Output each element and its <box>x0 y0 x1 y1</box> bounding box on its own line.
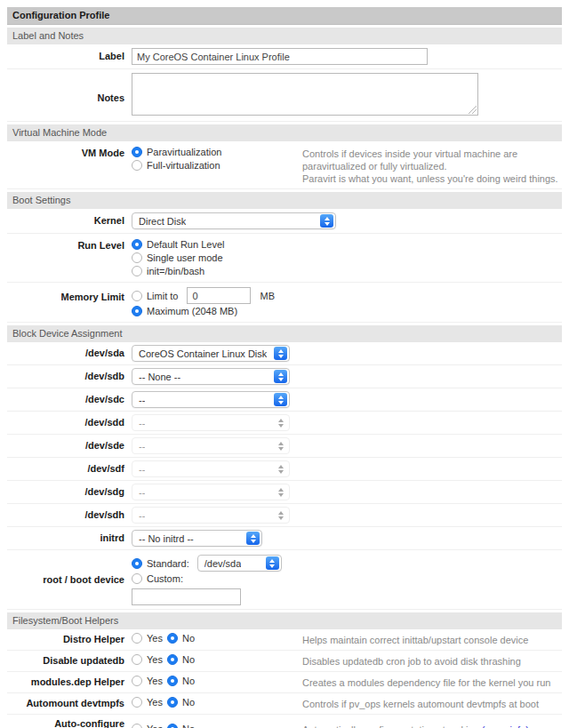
dev-sdc-label: /dev/sdc <box>7 391 132 405</box>
initrd-row: initrd -- No initrd -- <box>7 527 562 550</box>
notes-resize-handle-wrap <box>132 73 478 117</box>
radio-distro-helper-no[interactable] <box>167 633 178 644</box>
select-stepper-icon <box>246 532 260 545</box>
memory-limit-row: Memory Limit Limit to MB Maximum (2048 M… <box>7 283 562 323</box>
modules-dep-helper-help: Creates a modules dependency file for th… <box>302 676 562 689</box>
dev-sde-select: -- <box>132 437 290 454</box>
modules-dep-helper-label: modules.dep Helper <box>7 676 132 688</box>
more-info-link[interactable]: (more info) <box>482 724 529 728</box>
run-level-label: Run Level <box>7 237 132 252</box>
select-stepper-icon <box>274 439 287 452</box>
dev-sdd-select-value: -- <box>139 418 145 428</box>
run-level-option-label: Single user mode <box>147 252 223 264</box>
radio-full-virtualization[interactable] <box>132 160 142 171</box>
memory-limit-input[interactable] <box>187 287 251 304</box>
page-title: Configuration Profile <box>7 7 562 25</box>
distro-helper-label: Distro Helper <box>7 633 132 645</box>
kernel-row: Kernel Direct Disk <box>7 209 562 234</box>
root-device-select[interactable]: /dev/sda <box>197 555 282 572</box>
root-standard-label: Standard: <box>147 557 189 570</box>
radio-disable-updatedb-yes[interactable] <box>132 654 142 665</box>
no-label: No <box>182 633 195 644</box>
dev-sdh-row: /dev/sdh -- <box>7 504 562 527</box>
section-virtual-machine-mode: Virtual Machine Mode <box>7 124 562 141</box>
radio-root-custom[interactable] <box>132 573 142 584</box>
auto-configure-networking-help: Automatically configure static networkin… <box>302 724 562 728</box>
root-custom-label: Custom: <box>147 572 183 585</box>
radio-memory-limit-to[interactable] <box>132 291 142 301</box>
automount-devtmpfs-row: Automount devtmpfs Yes No Controls if pv… <box>7 693 562 715</box>
radio-init-bash[interactable] <box>132 266 142 276</box>
automount-devtmpfs-help: Controls if pv_ops kernels automount dev… <box>302 697 562 710</box>
radio-memory-maximum[interactable] <box>132 306 142 316</box>
memory-limit-label: Memory Limit <box>7 286 132 303</box>
auto-configure-networking-row: Auto-configure Networking Yes No Automat… <box>7 715 562 728</box>
run-level-option-default[interactable]: Default Run Level <box>132 238 345 251</box>
select-stepper-icon <box>274 347 287 360</box>
modules-dep-helper-row: modules.dep Helper Yes No Creates a modu… <box>7 672 562 693</box>
dev-sdc-select-value: -- <box>139 395 145 405</box>
memory-maximum-option[interactable]: Maximum (2048 MB) <box>132 305 345 317</box>
radio-single-user-mode[interactable] <box>132 252 142 263</box>
select-stepper-icon <box>274 508 287 522</box>
dev-sdc-select[interactable]: -- <box>132 391 290 408</box>
auto-configure-networking-label: Auto-configure Networking <box>7 718 132 728</box>
vm-mode-option-label: Paravirtualization <box>147 146 221 158</box>
dev-sde-label: /dev/sde <box>7 437 132 452</box>
kernel-label: Kernel <box>7 212 132 227</box>
dev-sde-select-value: -- <box>139 441 145 452</box>
vm-mode-option-full-virtualization[interactable]: Full-virtualization <box>132 159 302 172</box>
dev-sda-select[interactable]: CoreOS Container Linux Disk <box>132 345 290 362</box>
yes-label: Yes <box>147 697 163 708</box>
label-field-label: Label <box>7 48 132 62</box>
radio-auto-configure-yes[interactable] <box>132 724 142 728</box>
dev-sda-label: /dev/sda <box>7 345 132 359</box>
radio-disable-updatedb-no[interactable] <box>167 654 178 665</box>
initrd-select-value: -- No initrd -- <box>139 533 194 544</box>
radio-distro-helper-yes[interactable] <box>132 633 142 644</box>
dev-sdb-row: /dev/sdb -- None -- <box>7 365 562 388</box>
vm-mode-option-label: Full-virtualization <box>147 159 220 172</box>
root-device-select-value: /dev/sda <box>204 557 242 570</box>
dev-sdc-row: /dev/sdc -- <box>7 388 562 412</box>
notes-textarea[interactable] <box>132 73 478 116</box>
root-custom-option[interactable]: Custom: <box>132 572 345 585</box>
select-stepper-icon <box>266 556 279 570</box>
vm-mode-row: VM Mode Paravirtualization Full-virtuali… <box>7 141 562 189</box>
section-filesystem-boot-helpers: Filesystem/Boot Helpers <box>7 612 562 629</box>
initrd-label: initrd <box>7 530 132 544</box>
disable-updatedb-help: Disables updatedb cron job to avoid disk… <box>302 654 562 668</box>
root-custom-input[interactable] <box>132 588 241 605</box>
initrd-select[interactable]: -- No initrd -- <box>132 530 262 547</box>
select-stepper-icon <box>274 462 287 476</box>
memory-limit-option[interactable]: Limit to MB <box>132 287 345 304</box>
radio-modules-dep-no[interactable] <box>167 676 178 686</box>
radio-automount-devtmpfs-no[interactable] <box>167 697 178 708</box>
memory-unit-label: MB <box>260 290 275 302</box>
dev-sdb-label: /dev/sdb <box>7 368 132 382</box>
dev-sda-row: /dev/sda CoreOS Container Linux Disk <box>7 342 562 365</box>
run-level-option-init-bash[interactable]: init=/bin/bash <box>132 265 345 277</box>
radio-default-run-level[interactable] <box>132 239 142 250</box>
kernel-select[interactable]: Direct Disk <box>132 212 336 229</box>
radio-automount-devtmpfs-yes[interactable] <box>132 697 142 708</box>
auto-configure-help-text: Automatically configure static networkin… <box>302 724 482 728</box>
radio-paravirtualization[interactable] <box>132 147 142 157</box>
vm-mode-option-paravirtualization[interactable]: Paravirtualization <box>132 146 302 158</box>
dev-sde-row: /dev/sde -- <box>7 435 562 458</box>
dev-sda-select-value: CoreOS Container Linux Disk <box>139 348 267 359</box>
radio-root-standard[interactable] <box>132 558 142 569</box>
select-stepper-icon <box>274 393 287 406</box>
label-row: Label <box>7 44 562 69</box>
radio-modules-dep-yes[interactable] <box>132 676 142 686</box>
dev-sdg-select: -- <box>132 484 290 500</box>
no-label: No <box>182 697 195 708</box>
root-standard-option[interactable]: Standard: /dev/sda <box>132 555 345 572</box>
run-level-option-single-user[interactable]: Single user mode <box>132 252 345 264</box>
run-level-option-label: Default Run Level <box>147 238 224 251</box>
select-stepper-icon <box>274 416 287 429</box>
dev-sdb-select[interactable]: -- None -- <box>132 368 290 385</box>
automount-devtmpfs-label: Automount devtmpfs <box>7 697 132 709</box>
radio-auto-configure-no[interactable] <box>167 724 178 728</box>
yes-label: Yes <box>147 633 163 644</box>
